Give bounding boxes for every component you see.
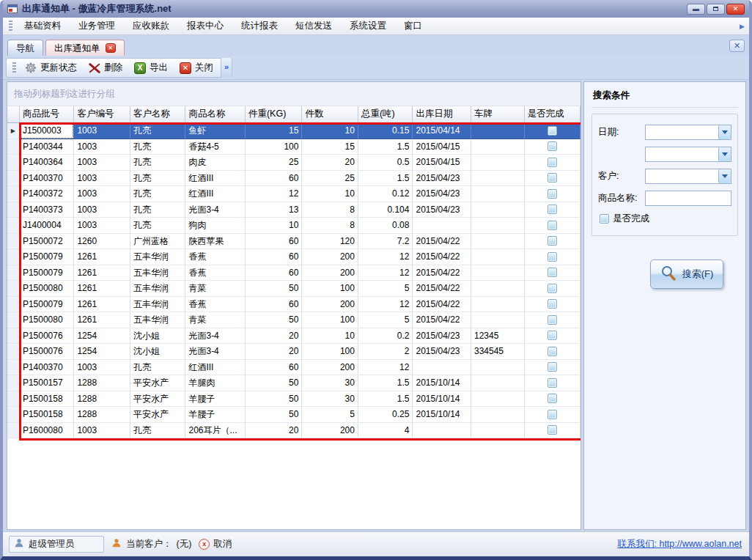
table-cell: 2015/04/22 <box>413 297 471 313</box>
menu-item-sms[interactable]: 短信发送 <box>287 18 341 34</box>
customer-icon <box>111 538 122 550</box>
close-button[interactable]: ✕ <box>726 4 745 15</box>
contact-us-link[interactable]: 联系我们: http://www.aolan.net <box>617 538 742 550</box>
done-filter-checkbox[interactable] <box>600 214 609 224</box>
table-row[interactable]: P15000791261五丰华润香蕉60200122015/04/22 <box>7 249 580 265</box>
table-cell: 0.12 <box>358 186 413 202</box>
row-indicator <box>7 186 20 202</box>
chevron-down-icon[interactable] <box>718 147 731 161</box>
row-done-checkbox[interactable] <box>548 236 557 246</box>
table-row[interactable]: J14000041003孔亮狗肉1080.08 <box>7 218 580 234</box>
table-row[interactable]: P15001571288平安水产羊腿肉50301.52015/10/14 <box>7 375 580 391</box>
table-cell: 1003 <box>74 218 130 234</box>
row-done-checkbox[interactable] <box>548 394 557 403</box>
row-indicator: ▶ <box>7 123 20 139</box>
menu-item-receivables[interactable]: 应收账款 <box>124 18 178 34</box>
table-row[interactable]: P15001581288平安水产羊腰子50301.52015/10/14 <box>7 391 580 408</box>
column-header-product[interactable]: 商品名称 <box>185 106 245 123</box>
cancel-customer-button[interactable]: x 取消 <box>199 538 232 550</box>
table-row[interactable]: P14003721003孔亮红酒III12100.122015/04/23 <box>7 186 580 202</box>
row-done-checkbox[interactable] <box>548 268 557 277</box>
column-header-total-weight[interactable]: 总重(吨) <box>358 106 413 123</box>
chevron-down-icon[interactable] <box>718 125 731 139</box>
update-status-button[interactable]: 更新状态 <box>19 59 83 76</box>
tab-close-icon[interactable]: ✕ <box>106 43 116 53</box>
row-done-checkbox[interactable] <box>548 284 557 293</box>
close-tab-button[interactable]: ✕ 关闭 <box>174 59 219 76</box>
menu-item-settings[interactable]: 系统设置 <box>341 18 395 34</box>
table-cell: 1003 <box>74 155 130 171</box>
date-to-combo[interactable] <box>645 147 731 162</box>
row-done-checkbox[interactable] <box>548 189 557 199</box>
row-done-checkbox[interactable] <box>548 331 557 340</box>
export-button[interactable]: X 导出 <box>128 59 174 76</box>
tabstrip-close-icon[interactable]: ✕ <box>729 40 745 52</box>
table-cell: 10 <box>302 123 358 139</box>
row-done-checkbox[interactable] <box>548 173 557 183</box>
delete-button[interactable]: 删除 <box>83 59 128 76</box>
row-done-checkbox[interactable] <box>548 141 557 151</box>
menu-overflow-arrow-icon[interactable]: ▶ <box>740 23 746 30</box>
column-header-quantity[interactable]: 件数 <box>302 106 358 123</box>
table-row[interactable]: ▶J15000031003孔亮鱼虾15100.152015/04/14 <box>7 123 580 139</box>
date-from-combo[interactable] <box>645 125 731 140</box>
table-row[interactable]: P15000761254沈小姐光面3-42010022015/04/233345… <box>7 344 580 360</box>
row-done-checkbox[interactable] <box>548 158 557 167</box>
table-row[interactable]: P14003701003孔亮红酒III60251.52015/04/23 <box>7 171 580 187</box>
row-done-checkbox[interactable] <box>548 299 557 309</box>
table-cell: 2015/04/14 <box>413 123 471 139</box>
product-name-input[interactable] <box>645 191 731 206</box>
table-row[interactable]: P15001581288平安水产羊腰子5050.252015/10/14 <box>7 407 580 423</box>
tab-outbound-notice[interactable]: 出库通知单 ✕ <box>45 40 125 56</box>
row-done-checkbox[interactable] <box>548 126 557 136</box>
row-done-checkbox[interactable] <box>548 252 557 262</box>
row-done-checkbox[interactable] <box>548 315 557 325</box>
row-done-checkbox[interactable] <box>548 221 557 230</box>
menu-item-report-center[interactable]: 报表中心 <box>178 18 232 34</box>
search-button[interactable]: 搜索(F) <box>650 259 723 289</box>
column-header-customer-name[interactable]: 客户名称 <box>130 106 186 123</box>
table-row[interactable]: P14003731003孔亮光面3-41380.1042015/04/23 <box>7 202 580 218</box>
table-cell: P1500158 <box>20 391 75 408</box>
column-header-done[interactable]: 是否完成 <box>525 106 581 123</box>
column-header-customer-no[interactable]: 客户编号 <box>74 106 130 123</box>
row-done-checkbox[interactable] <box>548 347 557 356</box>
table-row[interactable]: P14003641003孔亮肉皮25200.52015/04/15 <box>7 155 580 171</box>
customer-combo[interactable] <box>645 169 731 184</box>
row-done-checkbox[interactable] <box>548 205 557 214</box>
toolbar-grip[interactable] <box>12 62 16 73</box>
table-cell <box>413 218 471 234</box>
table-cell: 100 <box>302 344 358 360</box>
toolbar-overflow-chevron-icon[interactable]: » <box>221 58 232 78</box>
menu-item-base-data[interactable]: 基础资料 <box>15 18 70 34</box>
table-row[interactable]: P14003701003孔亮红酒III6020012 <box>7 360 580 376</box>
minimize-button[interactable]: ▬ <box>687 4 705 15</box>
column-header-plate[interactable]: 车牌 <box>471 106 525 123</box>
table-cell: 12 <box>358 249 413 265</box>
row-done-checkbox[interactable] <box>548 378 557 388</box>
column-header-batch[interactable]: 商品批号 <box>20 106 75 123</box>
table-row[interactable]: P14003441003孔亮香菇4-5100151.52015/04/15 <box>7 139 580 155</box>
table-row[interactable]: P15000791261五丰华润香蕉60200122015/04/22 <box>7 297 580 313</box>
window-title: 出库通知单 - 傲蓝冷库管理系统.net <box>22 2 685 15</box>
row-done-checkbox[interactable] <box>548 410 557 419</box>
row-done-checkbox[interactable] <box>548 425 557 435</box>
maximize-button[interactable] <box>707 4 725 15</box>
table-row[interactable]: P15000801261五丰华润青菜5010052015/04/22 <box>7 312 580 328</box>
column-header-unit-weight[interactable]: 件重(KG) <box>246 106 303 123</box>
column-header-date[interactable]: 出库日期 <box>413 106 471 123</box>
title-bar: 出库通知单 - 傲蓝冷库管理系统.net ▬ ✕ <box>3 0 749 18</box>
table-row[interactable]: P15000791261五丰华润香蕉60200122015/04/22 <box>7 265 580 281</box>
table-row[interactable]: P15000801261五丰华润青菜5010052015/04/22 <box>7 281 580 297</box>
chevron-down-icon[interactable] <box>718 169 731 183</box>
menu-item-window[interactable]: 窗口 <box>395 18 431 34</box>
groupby-drop-zone[interactable]: 拖动列标题到这进行分组 <box>7 82 580 106</box>
menu-item-business[interactable]: 业务管理 <box>70 18 124 34</box>
table-row[interactable]: P15000761254沈小姐光面3-420100.22015/04/23123… <box>7 328 580 345</box>
table-row[interactable]: P16000801003孔亮206耳片（...202004 <box>7 423 580 439</box>
table-cell: 50 <box>246 281 303 297</box>
table-row[interactable]: P15000721260广州蓝格陕西苹果601207.22015/04/22 <box>7 234 580 250</box>
tab-navigation[interactable]: 导航 <box>7 40 43 56</box>
row-done-checkbox[interactable] <box>548 362 557 372</box>
menu-item-statistics[interactable]: 统计报表 <box>232 18 287 34</box>
